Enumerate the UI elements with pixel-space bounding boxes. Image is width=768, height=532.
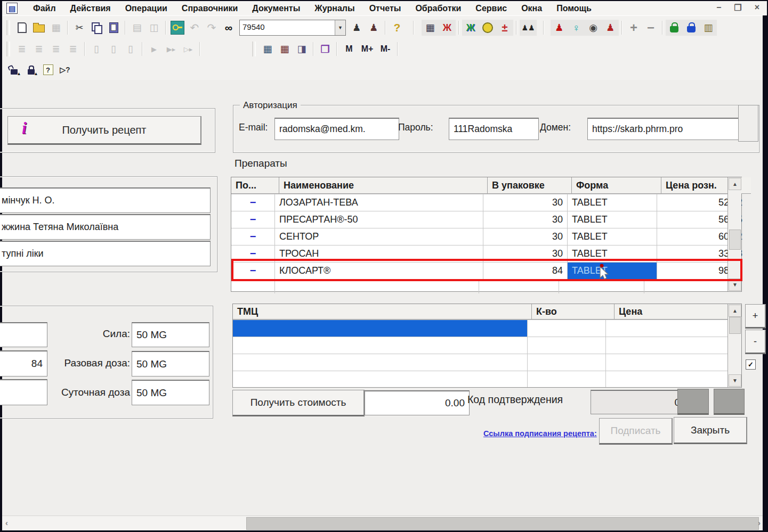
tmc-cell[interactable] bbox=[528, 354, 606, 371]
tmc-row[interactable] bbox=[233, 337, 741, 354]
drug-form-cell-selected[interactable]: TABLET bbox=[568, 263, 657, 279]
toolbar-grip[interactable] bbox=[6, 20, 10, 35]
drugs-col-pack[interactable]: В упаковке bbox=[488, 177, 572, 194]
drug-pack-cell[interactable]: 30 bbox=[483, 194, 568, 211]
drugs-row[interactable]: − СЕНТОР 30 TABLET 60.42 bbox=[231, 228, 741, 245]
tmc-checkbox[interactable]: ✓ bbox=[746, 359, 756, 370]
menu-operations[interactable]: Операции bbox=[125, 4, 167, 13]
single-dose-field[interactable]: 50 MG bbox=[132, 351, 209, 377]
tmc-cell[interactable] bbox=[528, 337, 606, 354]
tmc-cell[interactable] bbox=[528, 320, 606, 337]
sign-button[interactable]: Подписать bbox=[599, 418, 673, 445]
scroll-down-icon[interactable]: ▼ bbox=[729, 279, 741, 291]
drug-form-cell[interactable]: TABLET bbox=[568, 211, 657, 228]
drug-name-cell[interactable]: ЛОЗАРТАН-ТЕВА bbox=[275, 194, 483, 211]
tmc-cell[interactable] bbox=[606, 354, 729, 371]
cut-icon[interactable]: ✂ bbox=[71, 20, 88, 36]
green-bag-icon[interactable] bbox=[666, 20, 683, 36]
drug-name-cell[interactable]: ПРЕСАРТАН®-50 bbox=[275, 211, 483, 228]
unlock-icon[interactable] bbox=[5, 62, 22, 78]
help-box-icon[interactable]: ? bbox=[39, 62, 56, 78]
new-document-icon[interactable] bbox=[13, 20, 30, 36]
menu-actions[interactable]: Действия bbox=[70, 4, 111, 13]
key-permissions-icon[interactable] bbox=[169, 20, 186, 36]
drug-form-cell[interactable]: TABLET bbox=[568, 245, 657, 262]
report-table-icon[interactable]: ▦ bbox=[422, 20, 439, 36]
drugs-col-status[interactable]: По... bbox=[231, 177, 279, 194]
drug-pack-cell[interactable]: 30 bbox=[483, 211, 568, 228]
drug-pack-cell[interactable]: 30 bbox=[483, 228, 568, 245]
patient-red-icon[interactable]: ♟ bbox=[551, 20, 568, 36]
drug-pack-cell[interactable]: 30 bbox=[483, 245, 568, 262]
tmc-remove-button[interactable]: - bbox=[745, 330, 766, 354]
scroll-left-icon[interactable]: ‹ bbox=[5, 518, 8, 527]
green-butterfly-icon[interactable]: Ж bbox=[462, 20, 479, 36]
tmc-col-price[interactable]: Цена bbox=[615, 304, 741, 320]
tmc-cell[interactable] bbox=[606, 320, 729, 337]
play-doc-icon[interactable]: ▷▸ bbox=[180, 41, 197, 57]
tree-move-icon[interactable]: ≣ bbox=[64, 41, 82, 57]
blue-bag-icon[interactable] bbox=[683, 20, 700, 36]
tmc-row[interactable] bbox=[233, 371, 741, 387]
daily-dose-field[interactable]: 50 MG bbox=[132, 380, 209, 405]
people-icon[interactable]: ♟♟ bbox=[520, 20, 537, 36]
save-icon[interactable]: ▦ bbox=[47, 20, 64, 36]
tmc-cell[interactable] bbox=[233, 337, 528, 354]
get-cost-button[interactable]: Получить стоимость bbox=[232, 390, 365, 416]
scroll-thumb[interactable] bbox=[729, 230, 741, 250]
tmc-cell[interactable] bbox=[233, 371, 528, 387]
email-field[interactable]: radomska@med.km. bbox=[274, 118, 399, 140]
lock-icon[interactable] bbox=[22, 62, 39, 78]
print-icon[interactable]: ▤ bbox=[128, 20, 145, 36]
menu-documents[interactable]: Документы bbox=[252, 4, 300, 13]
add-plus-icon[interactable]: + bbox=[625, 20, 642, 36]
drugs-row[interactable]: − ТРОСАН 30 TABLET 33.88 bbox=[231, 245, 741, 263]
drugs-row-selected[interactable]: − КЛОСАРТ® 84 TABLET 98.81 bbox=[231, 263, 741, 280]
doc-delete-icon[interactable]: ▯ bbox=[122, 41, 139, 57]
drugs-col-name[interactable]: Наименование bbox=[279, 177, 488, 194]
tmc-cell[interactable] bbox=[606, 337, 729, 354]
play-icon[interactable]: ▶ bbox=[145, 41, 163, 57]
red-butterfly-icon[interactable]: Ж bbox=[439, 20, 456, 36]
help-icon[interactable]: ? bbox=[389, 20, 406, 36]
code-action-button-2[interactable] bbox=[714, 389, 745, 415]
drugs-col-form[interactable]: Форма bbox=[572, 177, 661, 194]
patient-name-field[interactable]: жжина Тетяна Миколаївна bbox=[0, 214, 211, 240]
restore-icon[interactable]: ❐ bbox=[734, 3, 741, 13]
drug-name-cell[interactable]: СЕНТОР bbox=[275, 228, 483, 245]
drug-pack-cell[interactable]: 84 bbox=[483, 263, 568, 279]
tmc-col-qty[interactable]: К-во bbox=[532, 304, 615, 320]
disc-icon[interactable]: ◉ bbox=[585, 20, 602, 36]
undo-icon[interactable]: ↶ bbox=[186, 20, 203, 36]
print-preview-icon[interactable]: ◫ bbox=[145, 20, 163, 36]
menu-windows[interactable]: Окна bbox=[521, 4, 542, 13]
menu-directories[interactable]: Справочники bbox=[182, 4, 238, 13]
context-help-icon[interactable]: ▷? bbox=[56, 62, 74, 78]
book-icon[interactable]: ❒ bbox=[317, 41, 334, 57]
drug-name-cell[interactable]: ТРОСАН bbox=[275, 245, 483, 262]
tmc-add-button[interactable]: + bbox=[745, 304, 766, 329]
memory-button[interactable]: M bbox=[340, 42, 358, 56]
tmc-cell[interactable] bbox=[606, 371, 729, 387]
menu-service[interactable]: Сервис bbox=[475, 4, 507, 13]
drug-name-cell[interactable]: КЛОСАРТ® bbox=[275, 263, 483, 279]
tree-level-icon[interactable]: ≣ bbox=[13, 41, 30, 57]
drug-form-cell[interactable]: TABLET bbox=[568, 194, 657, 211]
horizontal-scrollbar[interactable]: ‹ › bbox=[2, 515, 763, 530]
calculator-icon[interactable]: ▦ bbox=[259, 41, 276, 57]
plus-minus-icon[interactable]: ± bbox=[496, 20, 513, 36]
tmc-cell[interactable] bbox=[233, 354, 528, 371]
combo-dropdown-icon[interactable]: ▼ bbox=[335, 20, 345, 35]
tmc-cell[interactable] bbox=[528, 371, 606, 387]
remove-minus-icon[interactable]: − bbox=[642, 20, 659, 36]
domain-field[interactable]: https://skarb.phrm.pro bbox=[587, 118, 743, 140]
toolbar-grip[interactable] bbox=[252, 42, 256, 56]
menu-help[interactable]: Помощь bbox=[556, 4, 592, 13]
open-folder-icon[interactable] bbox=[30, 20, 47, 36]
password-field[interactable]: 111Radomska bbox=[449, 118, 539, 140]
tmc-cell-selected[interactable] bbox=[233, 320, 528, 337]
tmc-row-selected[interactable] bbox=[233, 320, 741, 337]
doctor-field[interactable]: мінчук Н. О. bbox=[0, 187, 211, 213]
close-button[interactable]: Закрыть bbox=[674, 417, 747, 444]
drugs-row[interactable]: − ЛОЗАРТАН-ТЕВА 30 TABLET 52.52 bbox=[231, 194, 741, 211]
